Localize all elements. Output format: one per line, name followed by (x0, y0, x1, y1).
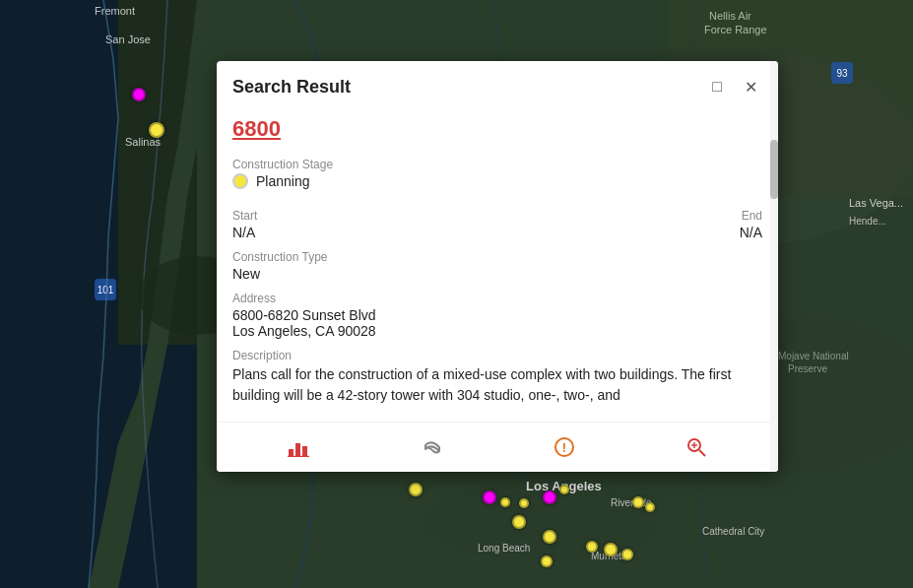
zoom-icon (685, 436, 707, 458)
modal-header-actions: □ ✕ (705, 75, 762, 98)
start-block: Start N/A (232, 199, 257, 240)
zoom-button[interactable] (678, 432, 715, 462)
map-pin-pin-4[interactable] (483, 490, 496, 504)
modal-content: 6800 Construction Stage Planning Start N… (217, 108, 778, 422)
svg-line-40 (699, 450, 705, 456)
maximize-button[interactable]: □ (705, 75, 729, 98)
start-value: N/A (232, 225, 257, 240)
alert-button[interactable]: ! (546, 432, 583, 462)
map-pin-pin-5[interactable] (500, 497, 510, 507)
map-pin-pin-1[interactable] (132, 88, 146, 101)
search-result-modal: Search Result □ ✕ 6800 Construction Stag… (217, 61, 778, 472)
end-label: End (740, 209, 762, 223)
construction-type-label: Construction Type (232, 250, 762, 264)
start-end-row: Start N/A End N/A (232, 199, 762, 240)
svg-text:Cathedral City: Cathedral City (702, 526, 764, 537)
map-pin-pin-3[interactable] (409, 483, 423, 496)
construction-stage-label: Construction Stage (232, 158, 762, 171)
address-line2: Los Angeles, CA 90028 (232, 323, 762, 339)
address-line1: 6800-6820 Sunset Blvd (232, 307, 762, 323)
map-pin-pin-10[interactable] (645, 502, 655, 512)
description-label: Description (232, 349, 762, 362)
close-icon: ✕ (745, 78, 757, 97)
modal-footer: ! (217, 422, 778, 472)
maximize-icon: □ (712, 78, 722, 96)
map-pin-pin-6[interactable] (543, 490, 556, 504)
planning-dot (232, 173, 248, 189)
end-value: N/A (740, 225, 762, 240)
share-button[interactable] (414, 433, 451, 461)
svg-text:Mojave National: Mojave National (778, 351, 849, 361)
map-pin-pin-13[interactable] (586, 541, 598, 553)
construction-stage-row: Planning (232, 173, 762, 189)
map-pin-pin-9[interactable] (632, 496, 644, 508)
alert-icon: ! (554, 436, 575, 458)
svg-text:101: 101 (98, 285, 114, 295)
map-pin-pin-11[interactable] (512, 515, 526, 529)
chart-icon (288, 437, 311, 457)
scrollbar-thumb (770, 140, 778, 199)
svg-text:!: ! (562, 440, 566, 455)
description-text: Plans call for the construction of a mix… (232, 364, 762, 406)
map-pin-pin-14[interactable] (604, 543, 618, 556)
svg-text:Long Beach: Long Beach (478, 543, 530, 554)
construction-type-value: New (232, 266, 762, 282)
svg-text:Nellis Air: Nellis Air (709, 10, 751, 22)
chart-button[interactable] (280, 433, 319, 461)
svg-text:93: 93 (836, 68, 848, 79)
modal-title: Search Result (232, 77, 351, 98)
record-id-link[interactable]: 6800 (232, 116, 281, 142)
start-label: Start (232, 209, 257, 223)
address-label: Address (232, 292, 762, 305)
svg-text:Las Vega...: Las Vega... (849, 197, 903, 209)
svg-text:Hende...: Hende... (849, 216, 886, 227)
map-pin-pin-16[interactable] (541, 555, 553, 567)
map-pin-pin-15[interactable] (621, 549, 633, 560)
share-icon (422, 437, 443, 457)
svg-text:Preserve: Preserve (788, 363, 827, 374)
svg-rect-34 (295, 443, 300, 456)
svg-text:Force Range: Force Range (704, 24, 767, 35)
end-block: End N/A (740, 199, 762, 240)
map-pin-pin-2[interactable] (149, 122, 164, 138)
modal-header: Search Result □ ✕ (217, 61, 778, 108)
svg-rect-35 (302, 446, 307, 456)
close-button[interactable]: ✕ (739, 75, 762, 98)
svg-text:San Jose: San Jose (105, 33, 151, 45)
map-pin-pin-7[interactable] (559, 485, 569, 494)
map-pin-pin-8[interactable] (519, 498, 529, 508)
scrollbar-track (770, 61, 778, 472)
svg-rect-33 (289, 449, 293, 456)
map-pin-pin-12[interactable] (543, 530, 556, 544)
svg-text:Fremont: Fremont (95, 5, 135, 17)
construction-stage-value: Planning (256, 173, 310, 189)
